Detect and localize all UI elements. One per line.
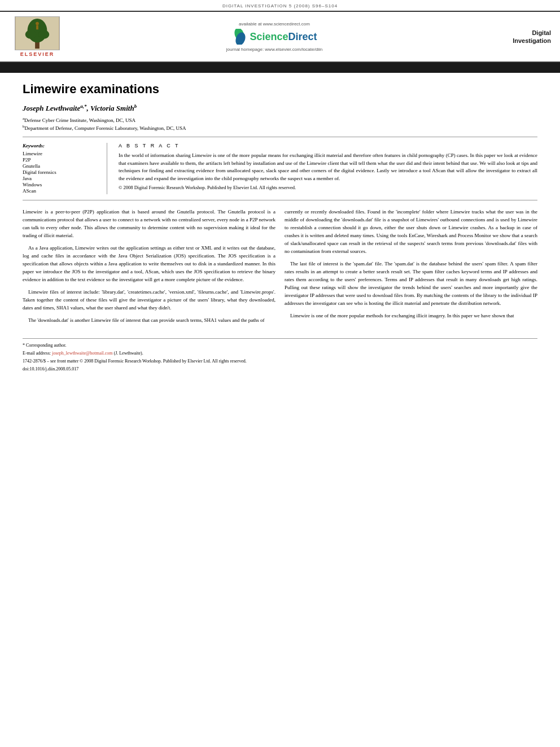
body-para-4: The 'downloads.dat' is another Limewire … [23,317,275,325]
body-para-1: Limewire is a peer-to-peer (P2P) applica… [23,208,275,240]
journal-citation: DIGITAL INVESTIGATION 5 (2008) S96–S104 [0,0,560,11]
sciencedirect-section: available at www.sciencedirect.com Scien… [71,16,478,57]
journal-header: ELSEVIER available at www.sciencedirect.… [0,11,560,63]
keyword-1: Limewire [23,151,100,156]
available-text: available at www.sciencedirect.com [239,21,310,27]
section-divider [23,137,537,137]
brand-title: Digital Investigation [513,29,551,45]
author-a: Joseph Lewthwaite [23,104,80,112]
keyword-4: Digital forensics [23,169,100,175]
author-b-sup: b [134,103,137,109]
body-para-5: currently or recently downloaded files. … [285,208,537,256]
keyword-2: P2P [23,157,100,163]
abstract-body: In the world of information sharing Lime… [119,152,537,182]
elsevier-logo: ELSEVIER [9,16,65,57]
keyword-6: Windows [23,182,100,187]
author-b: Victoria Smith [90,104,134,112]
sciencedirect-text: ScienceDirect [250,31,317,43]
email-address: joseph_lewthwaite@hotmail.com [52,351,113,356]
body-para-3: Limewire files of interest include: 'lib… [23,289,275,312]
authors-line: Joseph Lewthwaitea,*, Victoria Smithb [23,103,537,113]
svg-point-4 [38,30,49,38]
svg-point-3 [25,30,36,38]
sciencedirect-logo: ScienceDirect [231,29,317,45]
elsevier-tree-image [15,16,60,50]
body-column-left: Limewire is a peer-to-peer (P2P) applica… [23,208,275,329]
article-title: Limewire examinations [23,82,537,97]
keywords-label: Keywords: [23,143,100,148]
journal-homepage: journal homepage: www.elsevier.com/locat… [226,47,322,52]
corresponding-author: * Corresponding author. [23,342,537,349]
keywords-column: Keywords: Limewire P2P Gnutella Digital … [23,143,107,194]
keyword-5: Java [23,176,100,181]
email-suffix: (J. Lewthwaite). [114,351,143,356]
affiliation-a: aDefense Cyber Crime Institute, Washingt… [23,116,537,123]
svg-point-5 [36,22,39,25]
issn-note: 1742-2876/$ – see front matter © 2008 Di… [23,358,537,365]
article-footer: * Corresponding author. E-mail address: … [23,338,537,373]
keyword-7: AScan [23,188,100,194]
abstract-copyright: © 2008 Digital Forensic Research Worksho… [119,185,537,191]
affiliation-b: bDepartment of Defense, Computer Forensi… [23,124,537,131]
body-para-6: The last file of interest is the 'spam.d… [285,260,537,308]
body-divider [23,200,537,200]
svg-rect-6 [36,25,38,30]
black-divider [0,63,560,73]
email-note: E-mail address: joseph_lewthwaite@hotmai… [23,350,537,357]
citation-text: DIGITAL INVESTIGATION 5 (2008) S96–S104 [222,3,338,8]
article-content: Limewire examinations Joseph Lewthwaitea… [0,73,560,385]
abstract-section: Keywords: Limewire P2P Gnutella Digital … [23,143,537,194]
body-para-2: As a Java application, Limewire writes o… [23,244,275,284]
elsevier-label: ELSEVIER [20,51,55,57]
body-para-7: Limewire is one of the more popular meth… [285,312,537,320]
body-column-right: currently or recently downloaded files. … [285,208,537,329]
brand-section: Digital Investigation [483,16,551,57]
abstract-heading: A B S T R A C T [119,143,537,148]
author-a-sup: a,* [80,103,86,109]
email-label: E-mail address: [23,351,51,356]
body-section: Limewire is a peer-to-peer (P2P) applica… [23,208,537,329]
keyword-3: Gnutella [23,163,100,169]
abstract-column: A B S T R A C T In the world of informat… [119,143,537,194]
doi-note: doi:10.1016/j.diin.2008.05.017 [23,366,537,373]
page-container: DIGITAL INVESTIGATION 5 (2008) S96–S104 [0,0,560,747]
